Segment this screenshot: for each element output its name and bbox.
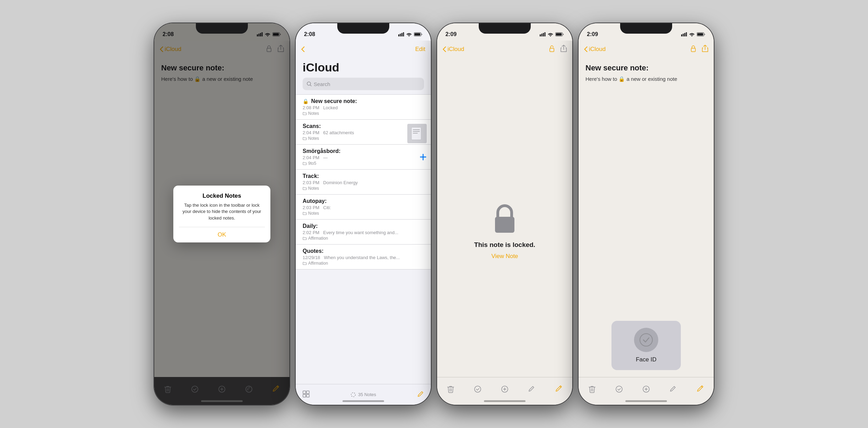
compose-btn-3[interactable]: [524, 382, 539, 397]
large-lock-icon: [491, 203, 519, 234]
folder-icon-4: [303, 212, 307, 215]
grid-icon-2: [303, 391, 310, 397]
compose-btn-4[interactable]: [666, 382, 681, 397]
wifi-icon-3: [548, 32, 553, 36]
folder-icon-5: [303, 237, 307, 240]
face-id-label-4: Face ID: [636, 356, 657, 363]
compose-btn-2[interactable]: [417, 391, 424, 399]
pencil-btn-3[interactable]: [551, 382, 566, 397]
list-title-2: Smörgåsbord:: [303, 148, 407, 154]
svg-rect-23: [303, 394, 306, 397]
list-meta-4: 2:03 PM Citi:: [303, 205, 424, 210]
chevron-left-icon-4: [584, 46, 588, 52]
phone1-screen: 2:08 iCloud: [154, 23, 289, 405]
alert-dialog-1: Locked Notes Tap the lock icon in the to…: [173, 186, 270, 242]
share-icon-nav-3[interactable]: [561, 45, 567, 54]
svg-rect-27: [541, 34, 542, 36]
list-folder-0: Notes: [303, 111, 424, 116]
battery-icon-3: [555, 32, 564, 36]
alert-ok-btn-1[interactable]: OK: [179, 227, 265, 242]
svg-rect-26: [540, 34, 541, 36]
wifi-icon-4: [689, 32, 695, 36]
plus-btn-3[interactable]: [497, 382, 512, 397]
plus-circle-icon-4: [642, 385, 650, 393]
screen-overlay-1: Locked Notes Tap the lock icon in the to…: [154, 23, 289, 405]
folder-icon-0: [303, 112, 307, 115]
lock-icon-nav-3[interactable]: [549, 45, 555, 54]
list-title-1: Scans:: [303, 123, 403, 129]
folder-icon-2: [303, 162, 307, 165]
list-folder-5: Affirmation: [303, 236, 424, 241]
notes-count-2: 35 Notes: [350, 392, 376, 397]
svg-rect-13: [403, 32, 404, 36]
status-bar-3: 2:09: [437, 23, 572, 41]
add-note-overlay-btn[interactable]: +: [419, 151, 427, 163]
list-folder-3: Notes: [303, 186, 424, 191]
battery-icon-2: [414, 32, 423, 36]
svg-rect-15: [415, 33, 420, 36]
status-icons-4: [681, 32, 705, 36]
home-indicator-4: [625, 400, 667, 402]
nav-actions-4: [690, 45, 708, 54]
svg-rect-24: [306, 394, 309, 397]
phone4-screen: 2:09 iCloud: [579, 23, 714, 405]
list-item-6[interactable]: Quotes: 12/29/18 When you understand the…: [296, 245, 431, 269]
list-title-6: Quotes:: [303, 248, 424, 254]
view-note-btn-3[interactable]: View Note: [491, 253, 518, 260]
plus-btn-4[interactable]: [639, 382, 654, 397]
back-button-4[interactable]: iCloud: [584, 46, 606, 53]
list-folder-1: Notes: [303, 136, 403, 141]
note-title-4: New secure note:: [585, 63, 707, 72]
svg-rect-10: [398, 34, 399, 36]
signal-icon-3: [540, 32, 546, 36]
svg-rect-38: [684, 33, 685, 36]
grid-btn-2[interactable]: [303, 391, 310, 399]
icloud-title: iCloud: [303, 61, 424, 74]
compose-icon-2: [417, 391, 424, 397]
share-icon-nav-4[interactable]: [702, 45, 708, 54]
phone1: 2:08 iCloud: [154, 23, 289, 405]
back-label-3: iCloud: [448, 46, 464, 53]
lock-icon-list-0: 🔒: [303, 99, 309, 104]
svg-rect-36: [681, 34, 682, 36]
list-item-1[interactable]: Scans: 2:04 PM 62 attachments Notes: [296, 120, 431, 145]
svg-point-25: [351, 393, 355, 397]
face-id-circle-4: [634, 328, 658, 352]
svg-rect-32: [550, 48, 554, 52]
svg-rect-21: [303, 391, 306, 394]
list-title-0: 🔒 New secure note:: [303, 98, 424, 104]
phone4: 2:09 iCloud: [579, 23, 714, 405]
svg-rect-18: [413, 129, 420, 130]
list-item-4[interactable]: Autopay: 2:03 PM Citi: Notes: [296, 195, 431, 220]
check-circle-icon-3: [474, 385, 481, 393]
face-id-overlay-4[interactable]: Face ID: [611, 321, 681, 370]
svg-rect-28: [543, 33, 544, 36]
list-item-2[interactable]: Smörgåsbord: 2:04 PM — 9to5 +: [296, 145, 431, 170]
pencil-btn-4[interactable]: [693, 382, 708, 397]
nav-bar-3: iCloud: [437, 41, 572, 58]
phone3-wrapper: 2:09 iCloud: [437, 16, 572, 412]
check-btn-3[interactable]: [470, 382, 485, 397]
list-item-0[interactable]: 🔒 New secure note: 2:08 PM Locked Notes: [296, 95, 431, 120]
trash-btn-3[interactable]: [443, 382, 458, 397]
status-time-4: 2:09: [587, 31, 598, 37]
search-placeholder-2: Search: [314, 81, 330, 87]
status-icons-3: [540, 32, 564, 36]
phone3-screen: 2:09 iCloud: [437, 23, 572, 405]
list-title-3: Track:: [303, 173, 424, 179]
edit-label-2[interactable]: Edit: [415, 46, 425, 53]
list-item-5[interactable]: Daily: 2:02 PM Every time you want somet…: [296, 220, 431, 245]
back-button-2[interactable]: [301, 46, 305, 52]
back-button-3[interactable]: iCloud: [443, 46, 464, 53]
trash-btn-4[interactable]: [584, 382, 600, 397]
phone2-screen: 2:08 Edit iCloud: [296, 23, 431, 405]
lock-icon-nav-4[interactable]: [690, 45, 696, 54]
search-bar-2[interactable]: Search: [303, 78, 424, 90]
check-btn-4[interactable]: [611, 382, 627, 397]
nav-bar-2: Edit: [296, 41, 431, 58]
status-time-3: 2:09: [445, 31, 457, 37]
trash-icon-3: [447, 385, 454, 393]
check-circle-icon-4: [615, 385, 623, 393]
list-meta-6: 12/29/18 When you understand the Laws, t…: [303, 255, 424, 260]
list-item-3[interactable]: Track: 2:03 PM Dominion Energy Notes: [296, 170, 431, 195]
